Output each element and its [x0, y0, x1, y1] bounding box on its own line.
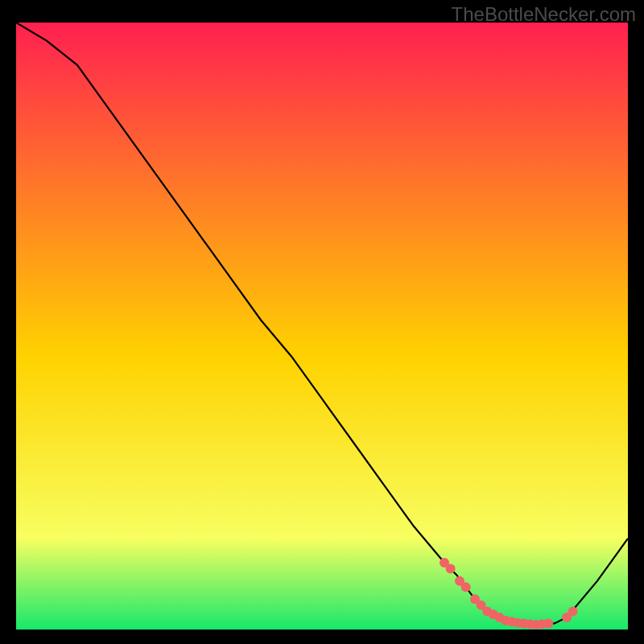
data-marker [446, 564, 456, 574]
chart-frame: TheBottleNecker.com [0, 0, 644, 644]
plot-area [16, 23, 628, 630]
chart-svg [16, 23, 628, 630]
data-marker [543, 618, 553, 628]
gradient-background [16, 23, 628, 630]
data-marker [568, 606, 578, 616]
data-marker [461, 582, 471, 592]
